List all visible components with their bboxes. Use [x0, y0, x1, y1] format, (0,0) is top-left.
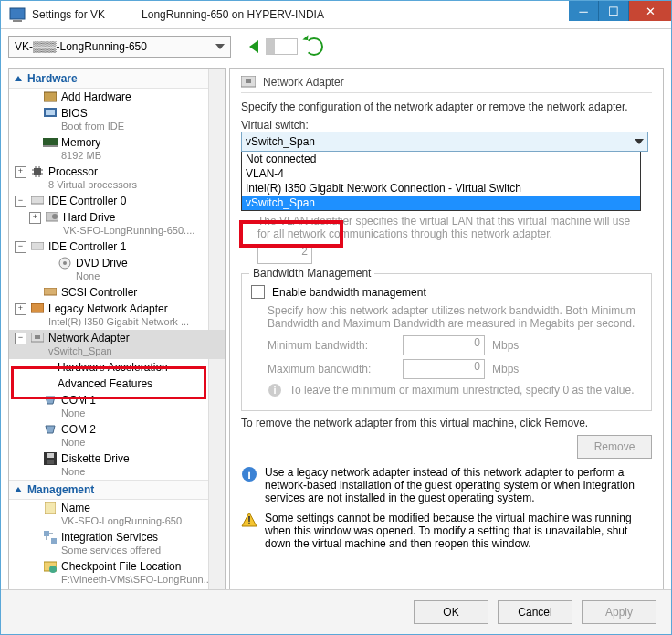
tree-advanced-features[interactable]: Advanced Features [9, 376, 225, 392]
expand-icon[interactable]: + [15, 166, 26, 178]
option-intel-i350[interactable]: Intel(R) I350 Gigabit Network Connection… [242, 181, 640, 196]
apply-button: Apply [582, 600, 656, 624]
tree-memory[interactable]: Memory8192 MB [9, 134, 225, 164]
tree-dvd-drive[interactable]: DVD DriveNone [9, 255, 225, 284]
bandwidth-note: Specify how this network adapter utilize… [268, 304, 642, 330]
hard-drive-icon [45, 211, 59, 224]
tree-diskette-drive[interactable]: Diskette DriveNone [9, 450, 225, 480]
controller-icon [30, 240, 45, 253]
option-vswitch-span[interactable]: vSwitch_Span [242, 196, 640, 210]
svg-rect-4 [46, 110, 55, 115]
tree-name[interactable]: NameVK-SFO-LongRunning-650 [9, 500, 225, 529]
svg-point-13 [63, 261, 67, 265]
panel-description: Specify the configuration of the network… [241, 101, 652, 113]
name-icon [43, 502, 58, 514]
window-title-1: Settings for VK [32, 8, 142, 21]
svg-rect-7 [34, 168, 41, 175]
nic-icon [241, 76, 256, 89]
option-vlan-4[interactable]: VLAN-4 [242, 166, 640, 181]
bandwidth-tip: To leave the minimum or maximum unrestri… [289, 384, 634, 397]
tree-add-hardware[interactable]: Add Hardware [9, 89, 225, 105]
svg-rect-17 [35, 335, 40, 339]
svg-text:i: i [273, 385, 276, 396]
controller-icon [30, 195, 45, 207]
chevron-down-icon [635, 139, 644, 144]
virtual-switch-dropdown: Not connected VLAN-4 Intel(R) I350 Gigab… [241, 152, 641, 211]
hardware-section-header[interactable]: Hardware [9, 69, 225, 89]
add-hardware-icon [43, 90, 58, 103]
settings-window: Settings for VK LongRunning-650 on HYPER… [0, 0, 672, 635]
checkpoint-icon [43, 560, 58, 573]
svg-rect-22 [44, 531, 49, 536]
com-port-icon [43, 394, 58, 407]
app-icon [8, 5, 26, 24]
tree-hardware-acceleration[interactable]: Hardware Acceleration [9, 359, 225, 376]
enable-bandwidth-label: Enable bandwidth management [272, 286, 426, 299]
nav-forward-button [266, 38, 298, 55]
max-bandwidth-label: Maximum bandwidth: [268, 363, 395, 376]
svg-text:i: i [247, 468, 251, 482]
tree-com1[interactable]: COM 1None [9, 392, 225, 421]
tree-checkpoint-file-location[interactable]: Checkpoint File LocationF:\Vineeth-VMs\S… [9, 558, 225, 587]
svg-rect-23 [51, 538, 57, 544]
tree-ide-controller-0[interactable]: −IDE Controller 0 [9, 193, 225, 209]
ok-button[interactable]: OK [414, 600, 488, 624]
info-text: Use a legacy network adapter instead of … [265, 466, 652, 504]
collapse-icon[interactable]: − [15, 333, 26, 344]
titlebar: Settings for VK LongRunning-650 on HYPER… [1, 1, 671, 29]
collapse-icon[interactable]: − [15, 196, 26, 207]
remove-button: Remove [577, 435, 652, 459]
tree-legacy-network-adapter[interactable]: +Legacy Network AdapterIntel(R) I350 Gig… [9, 301, 225, 330]
bandwidth-legend: Bandwidth Management [249, 267, 374, 280]
svg-rect-6 [43, 145, 58, 147]
nic-icon [30, 332, 45, 344]
legacy-nic-icon [30, 302, 45, 315]
tree-bios[interactable]: BIOSBoot from IDE [9, 105, 225, 134]
tree-com2[interactable]: COM 2None [9, 421, 225, 450]
svg-rect-1 [13, 20, 22, 22]
dialog-button-bar: OK Cancel Apply [1, 589, 671, 634]
svg-rect-27 [246, 79, 251, 83]
tree-scsi-controller[interactable]: SCSI Controller [9, 284, 225, 301]
virtual-switch-label: Virtual switch: [241, 119, 652, 132]
diskette-icon [43, 452, 58, 465]
integration-icon [43, 531, 58, 544]
collapse-icon[interactable]: − [15, 241, 26, 253]
chevron-down-icon [215, 44, 225, 49]
minimize-button[interactable]: ─ [569, 1, 599, 21]
scsi-icon [43, 286, 58, 299]
processor-icon [30, 165, 45, 178]
virtual-switch-combo[interactable]: vSwitch_Span [241, 132, 648, 152]
warning-text: Some settings cannot be modified because… [265, 512, 652, 550]
memory-icon [43, 136, 58, 149]
expand-icon[interactable]: + [29, 212, 41, 224]
svg-rect-15 [31, 303, 44, 312]
collapse-icon [15, 487, 22, 492]
close-button[interactable]: ✕ [629, 1, 671, 21]
tree-processor[interactable]: +Processor8 Virtual processors [9, 164, 225, 193]
option-not-connected[interactable]: Not connected [242, 152, 640, 166]
unit-label: Mbps [492, 339, 519, 352]
vm-selector-value: VK-▒▒▒-LongRunning-650 [15, 40, 147, 53]
tree-integration-services[interactable]: Integration ServicesSome services offere… [9, 529, 225, 558]
nav-back-button[interactable] [249, 40, 258, 53]
max-bandwidth-input: 0 [403, 359, 485, 379]
refresh-button[interactable] [305, 37, 323, 56]
svg-rect-5 [43, 138, 58, 145]
expand-icon[interactable]: + [15, 303, 26, 315]
tree-network-adapter[interactable]: −Network AdaptervSwitch_Span [9, 330, 225, 359]
combo-value: vSwitch_Span [246, 135, 315, 148]
highlight-annotation [239, 220, 343, 248]
tree-ide-controller-1[interactable]: −IDE Controller 1 [9, 238, 225, 255]
min-bandwidth-label: Minimum bandwidth: [268, 339, 395, 352]
management-section-header[interactable]: Management [9, 480, 225, 500]
cancel-button[interactable]: Cancel [498, 600, 572, 624]
remove-note: To remove the network adapter from this … [241, 417, 652, 429]
enable-bandwidth-checkbox[interactable] [251, 285, 265, 299]
window-title-2: LongRunning-650 on HYPERV-INDIA [142, 8, 569, 21]
settings-tree: Hardware Add Hardware BIOSBoot from IDE … [8, 68, 226, 616]
tree-hard-drive[interactable]: +Hard DriveVK-SFO-LongRunning-650.... [9, 209, 225, 238]
svg-rect-2 [44, 92, 57, 101]
maximize-button[interactable]: ☐ [599, 1, 629, 21]
vm-selector-dropdown[interactable]: VK-▒▒▒-LongRunning-650 [8, 36, 231, 58]
